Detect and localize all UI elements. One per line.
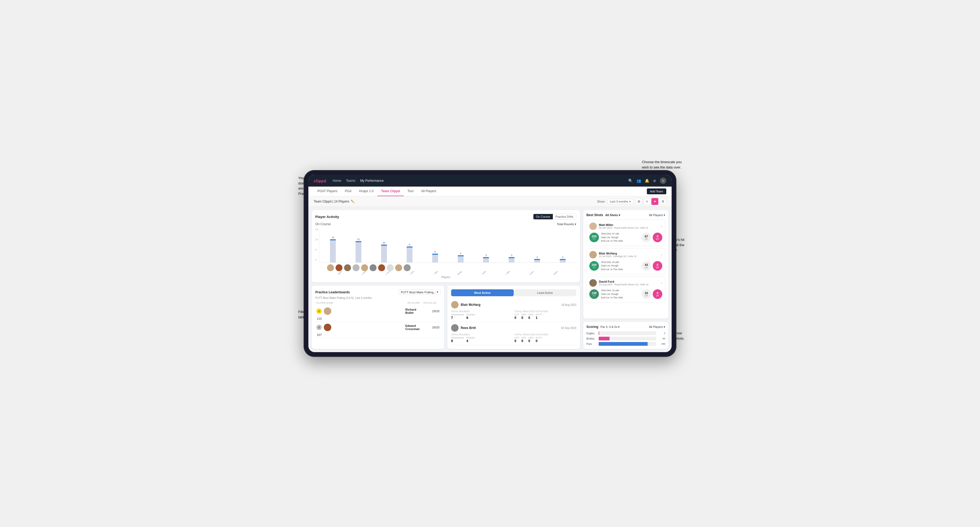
rees-name-row: Rees Britt 02 Sep 2023 [451,324,576,332]
shot-matt-details-row: 200 SG Shot Dist: 67 yds Start Lie: Roug… [589,232,662,243]
bar-r-britt: 12 [347,238,371,262]
lb-score-richard: 19/20 [423,310,439,313]
shot-david-ford: David Ford 24 Aug 2023 · Royal North Dev… [586,276,665,303]
scoring-par-dropdown[interactable]: Par 3, 4 & 5s ▾ [600,325,620,329]
shot-david-details-row: 198 SG Shot Dist: 16 yds Start Lie: Roug… [589,289,662,300]
shot-david-name: David Ford [599,280,648,283]
bar-highlight [355,241,361,242]
right-panel: Best Shots All Shots ▾ All Players ▾ [583,210,668,349]
blair-practice-activities: Total Practice Activities GTT 0 APP [514,310,576,320]
shot-chevron-icon[interactable]: › [661,281,662,285]
show-bar: Show: Last 3 months ▾ ⊞ ≡ ♥ ⚙ [597,198,666,205]
bell-icon[interactable]: 🔔 [645,179,649,183]
plus-circle-icon[interactable]: ⊕ [653,179,656,183]
scoring-players-dropdown[interactable]: All Players ▾ [649,325,665,329]
nav-link-home[interactable]: Home [332,178,341,183]
player-avatars-row [319,263,576,271]
shot-blair-details: 23 Jul 2023 · Ashridge GC, Hole 15 [599,255,636,258]
nav-link-performance[interactable]: My Performance [360,178,384,183]
bar-highlight [381,244,387,246]
most-active-tab[interactable]: Most Active [451,289,514,296]
chart-label-o-billingham: O. Billingham [451,271,468,275]
edit-icon[interactable]: ✏️ [351,200,355,203]
shot-desc-matt: Shot Dist: 67 yds Start Lie: Rough End L… [601,232,640,243]
rees-date: 02 Sep 2023 [561,327,576,330]
shot-david-details: 24 Aug 2023 · Royal North Devon GC, Hole… [599,283,648,286]
scoring-header: Scoring Par 3, 4 & 5s ▾ All Players ▾ [586,325,665,329]
scoring-bars: Eagles 3 Birdies [586,332,665,346]
blair-pa-values: GTT 0 APP 0 [514,313,576,320]
all-players-dropdown[interactable]: All Players ▾ [649,213,665,217]
sub-nav-hcaps[interactable]: Hcaps 1-5 [355,187,377,196]
settings-view-btn[interactable]: ⚙ [659,198,666,205]
shot-metric-43: 43 yds [641,261,651,271]
shot-blair-info: Blair McHarg 23 Jul 2023 · Ashridge GC, … [599,252,636,258]
shot-chevron-icon[interactable]: › [661,224,662,229]
bar-highlight [407,246,412,248]
people-icon[interactable]: 👥 [636,179,641,183]
rees-rounds-values: Tournament 8 Practice 4 [451,337,513,343]
sub-nav-team-clippd[interactable]: Team Clippd [377,187,404,196]
lb-avatar-richard [324,307,331,315]
most-active-header: Most Active Least Active [451,289,576,296]
scoring-par-label: Par 3, 4 & 5s [600,325,617,329]
sub-nav-tour[interactable]: Tour [404,187,417,196]
rees-rounds-label: Total Rounds [451,333,513,336]
shot-metric-67: 67 yds [641,233,651,242]
leaderboard-title: Practice Leaderboards [315,290,350,294]
scoring-label-pars: Pars [586,343,597,346]
sub-nav-pgat-players[interactable]: PGAT Players [314,187,341,196]
lb-avg-edward: 107 [317,333,322,337]
bar-l-robertson: 2 [551,256,575,262]
search-icon[interactable]: 🔍 [628,179,633,183]
chevron-down-icon: ▾ [663,213,665,217]
best-shots-header: Best Shots All Shots ▾ All Players ▾ [586,213,665,217]
user-avatar[interactable]: U [660,178,666,184]
shot-metric-0-blair: 0 yds [653,261,662,271]
lb-avatar-edward [324,324,331,331]
bar-highlight [534,259,540,260]
on-course-toggle-btn[interactable]: On Course [533,214,553,219]
grid-view-btn[interactable]: ⊞ [635,198,642,205]
list-view-btn[interactable]: ≡ [643,198,650,205]
left-panel: Player Activity On Course Practice Drill… [312,210,580,349]
team-name: Team Clippd | 14 Players [314,200,349,203]
best-shots-title: Best Shots [586,213,603,217]
total-rounds-dropdown[interactable]: Total Rounds ▾ [557,222,576,226]
practice-drills-toggle-btn[interactable]: Practice Drills [553,214,576,219]
bar-r-butler: 3 [474,254,498,262]
least-active-tab[interactable]: Least Active [514,289,576,296]
most-active-card: Most Active Least Active Blair McHarg 26… [447,286,580,349]
scoring-val-pars: 499 [658,343,665,345]
leaderboard-dropdown[interactable]: PUTT Must Make Putting... ▾ [399,289,441,295]
add-team-button[interactable]: Add Team [647,189,666,194]
shot-blair-header: Blair McHarg 23 Jul 2023 · Ashridge GC, … [589,251,662,259]
rees-stats: Total Rounds Tournament 8 Practice [451,333,576,343]
blair-avatar [451,301,458,308]
scoring-val-birdies: 96 [658,337,665,340]
blair-name-row: Blair McHarg 26 Aug 2023 [451,301,576,308]
activity-row-rees: Rees Britt 02 Sep 2023 Total Rounds Tour… [451,322,576,345]
all-shots-filter[interactable]: All Shots ▾ [605,213,620,217]
sub-nav-all-players[interactable]: All Players [417,187,440,196]
scoring-label-birdies: Birdies [586,337,597,340]
blair-rounds-values: Tournament 7 Practice 6 [451,313,513,320]
scoring-row-eagles: Eagles 3 [586,332,665,335]
shot-chevron-icon[interactable]: › [661,252,662,257]
rees-putt: PUTT 0 [536,337,542,343]
chevron-down-icon: ▾ [618,325,620,329]
blair-practice: Practice 6 [466,313,476,320]
timescale-dropdown[interactable]: Last 3 months ▾ [608,199,633,205]
bar-j-coles: 9 [398,243,422,262]
shot-blair-mcharg: Blair McHarg 23 Jul 2023 · Ashridge GC, … [586,248,665,275]
sub-nav-pga[interactable]: PGA [341,187,355,196]
y-axis-value: 0 [315,259,318,261]
lb-avg-richard: 110 [317,317,322,320]
heart-view-btn[interactable]: ♥ [651,198,658,205]
bars-area: 13 12 [319,228,576,275]
player-avatar-d-ford [344,264,351,271]
scoring-label-eagles: Eagles [586,332,597,335]
scoring-card: Scoring Par 3, 4 & 5s ▾ All Players ▾ [583,322,668,349]
nav-link-teams[interactable]: Teams [346,178,355,183]
scoring-fill-pars [599,342,648,346]
